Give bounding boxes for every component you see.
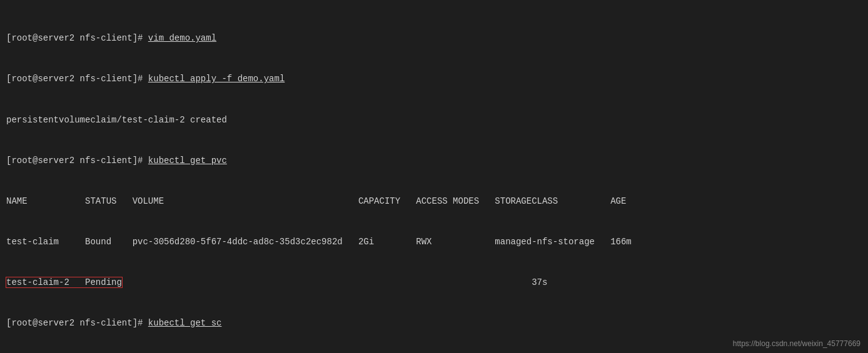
prompt-2: [root@server2 nfs-client]# bbox=[6, 74, 148, 84]
line-8: [root@server2 nfs-client]# kubectl get s… bbox=[6, 317, 862, 331]
cmd-4: kubectl get pvc bbox=[148, 156, 227, 166]
highlight-pvc-pending: test-claim-2 Pending bbox=[6, 277, 122, 287]
cmd-2: kubectl apply -f demo.yaml bbox=[148, 74, 285, 84]
line-4: [root@server2 nfs-client]# kubectl get p… bbox=[6, 154, 862, 168]
text-5: NAME STATUS VOLUME CAPACITY ACCESS MODES… bbox=[6, 196, 626, 206]
prompt-4: [root@server2 nfs-client]# bbox=[6, 156, 148, 166]
text-6: test-claim Bound pvc-3056d280-5f67-4ddc-… bbox=[6, 237, 632, 247]
prompt-8: [root@server2 nfs-client]# bbox=[6, 318, 148, 328]
line-1: [root@server2 nfs-client]# vim demo.yaml bbox=[6, 32, 862, 46]
text-7b: 37s bbox=[122, 277, 548, 287]
watermark: https://blog.csdn.net/weixin_45777669 bbox=[733, 339, 860, 348]
line-7: test-claim-2 Pending 37s bbox=[6, 276, 862, 290]
terminal: [root@server2 nfs-client]# vim demo.yaml… bbox=[0, 0, 868, 353]
text-3: persistentvolumeclaim/test-claim-2 creat… bbox=[6, 115, 227, 125]
line-5: NAME STATUS VOLUME CAPACITY ACCESS MODES… bbox=[6, 195, 862, 209]
line-2: [root@server2 nfs-client]# kubectl apply… bbox=[6, 72, 862, 86]
cmd-1: vim demo.yaml bbox=[148, 33, 216, 43]
line-3: persistentvolumeclaim/test-claim-2 creat… bbox=[6, 114, 862, 127]
cmd-8: kubectl get sc bbox=[148, 318, 222, 328]
prompt-1: [root@server2 nfs-client]# bbox=[6, 33, 148, 43]
line-6: test-claim Bound pvc-3056d280-5f67-4ddc-… bbox=[6, 236, 862, 249]
